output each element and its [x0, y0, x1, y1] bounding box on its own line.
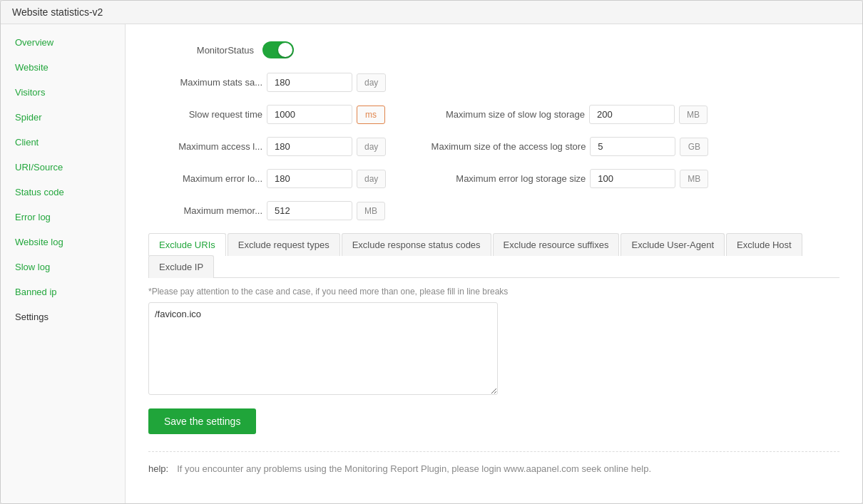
- tab-exclude-resource-suffixes[interactable]: Exclude resource suffixes: [493, 233, 620, 256]
- sidebar-item-overview[interactable]: Overview: [1, 30, 125, 55]
- help-section: help: If you encounter any problems usin…: [148, 451, 839, 474]
- max-stats-label: Maximum stats sa...: [148, 77, 262, 88]
- max-error-unit: day: [357, 170, 386, 188]
- max-access-label: Maximum access l...: [148, 141, 262, 152]
- toggle-knob: [278, 43, 292, 57]
- monitor-status-label: MonitorStatus: [148, 45, 262, 56]
- max-memory-input[interactable]: [267, 201, 352, 220]
- max-memory-label: Maximum memor...: [148, 205, 262, 216]
- slow-request-input[interactable]: [267, 105, 352, 124]
- sidebar-item-status-code[interactable]: Status code: [1, 180, 125, 205]
- slow-request-row: Slow request time ms Maximum size of slo…: [148, 105, 839, 124]
- main-content: MonitorStatus Maximum stats sa... day: [126, 24, 862, 503]
- title-bar: Website statistics-v2: [1, 1, 862, 24]
- tab-exclude-ip[interactable]: Exclude IP: [148, 255, 214, 278]
- max-memory-group: Maximum memor... MB: [148, 201, 385, 220]
- tab-exclude-response-status-codes[interactable]: Exclude response status codes: [342, 233, 491, 256]
- tabs-bar: Exclude URIs Exclude request types Exclu…: [148, 233, 839, 278]
- sidebar: Overview Website Visitors Spider Client …: [1, 24, 126, 503]
- max-access-unit: day: [357, 138, 386, 156]
- monitor-status-toggle[interactable]: [262, 41, 294, 58]
- max-error-store-group: Maximum error log storage size MB: [414, 169, 708, 188]
- window-title: Website statistics-v2: [12, 6, 103, 18]
- max-stats-group: Maximum stats sa... day: [148, 73, 386, 92]
- max-error-row: Maximum error lo... day Maximum error lo…: [148, 169, 839, 188]
- max-slow-log-label: Maximum size of slow log storage: [414, 109, 585, 120]
- max-slow-log-group: Maximum size of slow log storage MB: [414, 105, 708, 124]
- max-access-store-group: Maximum size of the access log store GB: [414, 137, 708, 156]
- max-error-label: Maximum error lo...: [148, 173, 262, 184]
- max-access-group: Maximum access l... day: [148, 137, 386, 156]
- sidebar-item-client[interactable]: Client: [1, 130, 125, 155]
- sidebar-item-website-log[interactable]: Website log: [1, 230, 125, 254]
- max-error-group: Maximum error lo... day: [148, 169, 386, 188]
- max-error-input[interactable]: [267, 169, 352, 188]
- max-stats-unit: day: [357, 73, 386, 92]
- sidebar-item-error-log[interactable]: Error log: [1, 205, 125, 230]
- toggle-switch[interactable]: [262, 41, 294, 58]
- max-memory-row: Maximum memor... MB: [148, 201, 839, 220]
- sidebar-item-website[interactable]: Website: [1, 55, 125, 80]
- max-access-store-input[interactable]: [590, 137, 675, 156]
- sidebar-item-uri-source[interactable]: URI/Source: [1, 155, 125, 180]
- max-stats-row: Maximum stats sa... day: [148, 73, 839, 92]
- app-window: Website statistics-v2 Overview Website V…: [0, 0, 863, 504]
- max-error-store-input[interactable]: [590, 169, 675, 188]
- sidebar-item-visitors[interactable]: Visitors: [1, 80, 125, 105]
- hint-text: *Please pay attention to the case and ca…: [148, 287, 839, 297]
- max-slow-log-input[interactable]: [589, 105, 675, 124]
- sidebar-item-settings[interactable]: Settings: [1, 304, 125, 329]
- tab-exclude-user-agent[interactable]: Exclude User-Agent: [621, 233, 725, 256]
- tab-exclude-uris[interactable]: Exclude URIs: [148, 233, 226, 256]
- max-access-store-unit: GB: [680, 138, 708, 156]
- max-memory-unit: MB: [357, 202, 385, 220]
- sidebar-item-slow-log[interactable]: Slow log: [1, 254, 125, 279]
- tab-exclude-host[interactable]: Exclude Host: [726, 233, 802, 256]
- slow-request-group: Slow request time ms: [148, 105, 385, 124]
- sidebar-item-banned-ip[interactable]: Banned ip: [1, 279, 125, 304]
- monitor-status-row: MonitorStatus: [148, 41, 839, 58]
- exclude-uris-textarea[interactable]: /favicon.ico: [148, 302, 498, 395]
- max-slow-log-unit: MB: [679, 106, 708, 124]
- max-access-input[interactable]: [267, 137, 352, 156]
- tab-exclude-request-types[interactable]: Exclude request types: [228, 233, 340, 256]
- slow-request-unit: ms: [357, 106, 385, 124]
- sidebar-item-spider[interactable]: Spider: [1, 105, 125, 130]
- content-area: Overview Website Visitors Spider Client …: [1, 24, 862, 503]
- max-error-store-unit: MB: [680, 170, 708, 188]
- help-text: If you encounter any problems using the …: [177, 463, 651, 474]
- max-access-store-label: Maximum size of the access log store: [414, 141, 586, 152]
- max-error-store-label: Maximum error log storage size: [414, 173, 586, 184]
- max-access-row: Maximum access l... day Maximum size of …: [148, 137, 839, 156]
- help-label: help:: [148, 463, 168, 474]
- slow-request-label: Slow request time: [148, 109, 262, 120]
- max-stats-input[interactable]: [267, 73, 352, 92]
- save-settings-button[interactable]: Save the settings: [148, 408, 256, 434]
